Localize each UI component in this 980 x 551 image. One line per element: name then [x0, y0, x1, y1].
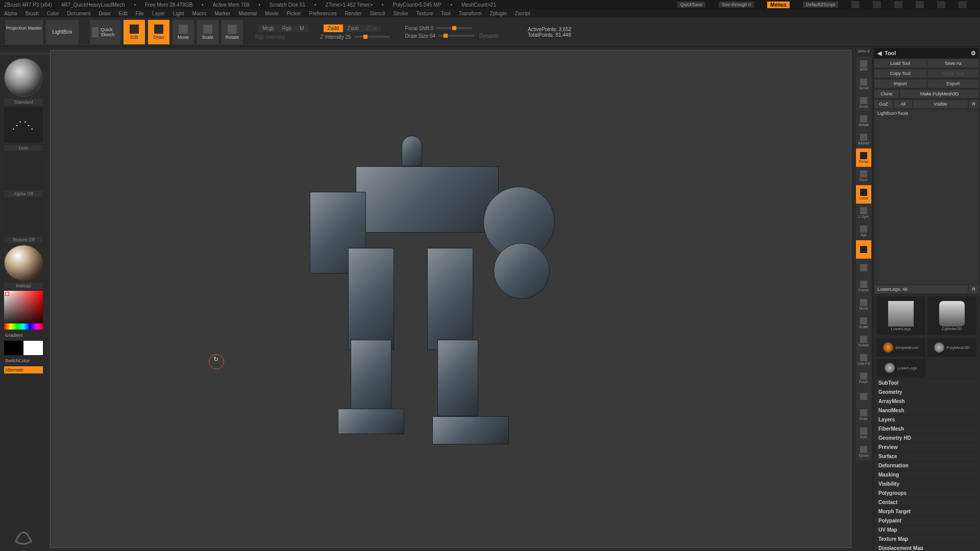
shelf-persp[interactable]: Persp: [856, 148, 871, 167]
tool-thumb-simplebrush[interactable]: SimpleBrush: [876, 338, 925, 357]
menu-zscript[interactable]: Zscript: [514, 11, 530, 16]
menu-light[interactable]: Light: [173, 11, 184, 16]
menu-texture[interactable]: Texture: [416, 11, 433, 16]
tool-thumb-cylinder[interactable]: Cylinder3D: [927, 296, 976, 335]
menu-movie[interactable]: Movie: [265, 11, 279, 16]
texture-thumbnail[interactable]: [4, 199, 43, 235]
shelf-move[interactable]: Move: [856, 295, 871, 314]
shelf-local[interactable]: Local: [856, 185, 871, 204]
alternate-button[interactable]: Alternate: [4, 366, 43, 373]
shelf-btn18[interactable]: [856, 387, 871, 406]
zadd-button[interactable]: Zadd: [324, 24, 344, 32]
section-visibility[interactable]: Visibility: [874, 479, 979, 488]
menu-transform[interactable]: Transform: [458, 11, 481, 16]
shelf-xpose[interactable]: Xpose: [856, 442, 871, 461]
shelf-aahalf[interactable]: AAHalf: [856, 130, 871, 148]
clone-button[interactable]: Clone: [874, 90, 899, 98]
menu-layer[interactable]: Layer: [152, 11, 165, 16]
menu-file[interactable]: File: [136, 11, 144, 16]
menu-brush[interactable]: Brush: [26, 11, 39, 16]
material-thumbnail[interactable]: [4, 245, 43, 281]
section-polypaint[interactable]: Polypaint: [874, 516, 979, 525]
section-nanomesh[interactable]: NanoMesh: [874, 406, 979, 415]
goz-r-button[interactable]: R: [969, 100, 979, 108]
section-deformation[interactable]: Deformation: [874, 461, 979, 470]
dynamic-label[interactable]: Dynamic: [479, 33, 499, 39]
shelf-floor[interactable]: Floor: [856, 167, 871, 185]
section-polygroups[interactable]: Polygroups: [874, 488, 979, 497]
default-zscript[interactable]: DefaultZScript: [803, 2, 838, 8]
menu-zplugin[interactable]: Zplugin: [490, 11, 507, 16]
minimize-icon[interactable]: [916, 1, 924, 8]
menu-edit[interactable]: Edit: [119, 11, 128, 16]
shelf-actual[interactable]: Actual: [856, 112, 871, 130]
rotate-mode-button[interactable]: Rotate: [222, 20, 243, 44]
paste-tool-button[interactable]: Paste Tool: [927, 69, 979, 78]
quicksave-button[interactable]: QuickSave: [677, 2, 706, 8]
section-surface[interactable]: Surface: [874, 452, 979, 461]
menus-button[interactable]: Menus: [767, 2, 790, 8]
goz-button[interactable]: GoZ: [874, 100, 893, 108]
stroke-thumbnail[interactable]: ⋰⋱: [4, 107, 43, 143]
goz-visible-button[interactable]: Visible: [913, 100, 968, 108]
menu-macro[interactable]: Macro: [192, 11, 207, 16]
shelf-rotate[interactable]: Rotate: [856, 332, 871, 350]
shelf-bpr[interactable]: BPR: [856, 57, 871, 75]
close-icon[interactable]: [959, 1, 967, 8]
menu-marker[interactable]: Marker: [214, 11, 230, 16]
shelf-btn11[interactable]: [856, 259, 871, 277]
zsub-button[interactable]: Zsub: [343, 24, 362, 32]
tool-thumb-active[interactable]: LowerLegs: [876, 296, 925, 335]
alpha-thumbnail[interactable]: [4, 153, 43, 189]
viewport-canvas[interactable]: [50, 50, 851, 548]
primary-color-swatch[interactable]: [23, 341, 43, 355]
projection-master-button[interactable]: Projection Master: [5, 20, 43, 44]
focal-shift-slider[interactable]: Focal Shift 0: [405, 26, 434, 31]
color-picker[interactable]: [4, 291, 43, 330]
maximize-icon[interactable]: [937, 1, 945, 8]
polymesh3d-button[interactable]: Make PolyMesh3D: [900, 90, 979, 98]
section-contact[interactable]: Contact: [874, 497, 979, 507]
m-button[interactable]: M: [296, 24, 308, 32]
shelf-xyz[interactable]: Xyz: [856, 222, 871, 240]
move-mode-button[interactable]: Move: [173, 20, 194, 44]
tool-name-field[interactable]: LowerLegs. 48: [874, 285, 968, 293]
menu-tool[interactable]: Tool: [441, 11, 450, 16]
draw-mode-button[interactable]: Draw: [148, 20, 169, 44]
shelf-linefill[interactable]: Line Fill: [856, 350, 871, 369]
section-preview[interactable]: Preview: [874, 442, 979, 452]
menu-draw[interactable]: Draw: [99, 11, 110, 16]
z-intensity-slider[interactable]: Z Intensity 25: [321, 34, 351, 40]
shelf-btn10[interactable]: [856, 240, 871, 259]
section-morph-target[interactable]: Morph Target: [874, 507, 979, 516]
shelf-lsym[interactable]: L.Sym: [856, 204, 871, 222]
shelf-draw[interactable]: Draw: [856, 406, 871, 424]
save-as-button[interactable]: Save As: [927, 59, 979, 67]
menu-stroke[interactable]: Stroke: [393, 11, 408, 16]
lightbox-button[interactable]: LightBox: [46, 20, 79, 44]
section-arraymesh[interactable]: ArrayMesh: [874, 396, 979, 406]
load-tool-button[interactable]: Load Tool: [874, 59, 926, 67]
section-fibermesh[interactable]: FiberMesh: [874, 424, 979, 433]
section-masking[interactable]: Masking: [874, 470, 979, 479]
shelf-solo[interactable]: Solo: [856, 424, 871, 442]
tool-thumb-lowerlegs2[interactable]: LowerLegs: [876, 359, 925, 377]
quick-sketch-button[interactable]: Quick Sketch: [90, 20, 120, 44]
section-geometry[interactable]: Geometry: [874, 387, 979, 396]
brush-thumbnail[interactable]: [4, 58, 43, 97]
menu-material[interactable]: Material: [239, 11, 257, 16]
zcut-button[interactable]: Zcut: [363, 24, 381, 32]
switch-color-button[interactable]: SwitchColor: [4, 357, 43, 364]
shelf-scroll[interactable]: Scroll: [856, 75, 871, 93]
window-icon-1[interactable]: [851, 1, 860, 8]
lightbox-tools-button[interactable]: Lightbox>Tools: [874, 109, 979, 284]
import-button[interactable]: Import: [874, 80, 926, 88]
menu-picker[interactable]: Picker: [287, 11, 301, 16]
secondary-color-swatch[interactable]: [4, 341, 23, 355]
mrgb-button[interactable]: Mrgb: [258, 24, 278, 32]
section-texture-map[interactable]: Texture Map: [874, 534, 979, 543]
edit-mode-button[interactable]: Edit: [124, 20, 145, 44]
menu-color[interactable]: Color: [47, 11, 59, 16]
menu-render[interactable]: Render: [345, 11, 362, 16]
doc-nav-bar[interactable]: [0, 51, 57, 56]
